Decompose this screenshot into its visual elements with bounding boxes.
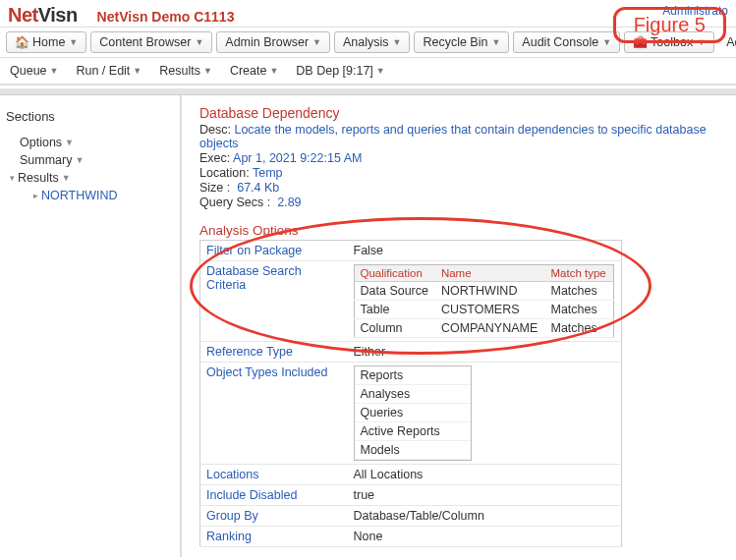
criteria-row: ColumnCOMPANYNAMEMatches: [354, 319, 613, 338]
object-types-list: Reports Analyses Queries Active Reports …: [354, 365, 472, 461]
sidebar: Sections Options▼ Summary▼ ▾Results▼ ▸NO…: [0, 95, 182, 557]
toolbar-recycle-bin[interactable]: Recycle Bin▼: [414, 31, 509, 53]
chevron-down-icon: ▼: [269, 66, 278, 76]
criteria-header-match: Match type: [544, 265, 613, 282]
toolbar-audit-console[interactable]: Audit Console▼: [513, 31, 620, 53]
expand-toggle-icon[interactable]: ▸: [33, 191, 38, 200]
sidebar-item-options[interactable]: Options▼: [6, 134, 174, 151]
criteria-row: TableCUSTOMERSMatches: [354, 301, 613, 319]
chevron-down-icon: ▼: [203, 66, 212, 76]
chevron-down-icon: ▼: [69, 37, 78, 47]
subbar-queue[interactable]: Queue▼: [10, 64, 58, 78]
sidebar-item-summary[interactable]: Summary▼: [6, 151, 174, 169]
list-item: Models: [355, 441, 471, 460]
home-icon: 🏠: [15, 35, 28, 49]
chevron-down-icon: ▼: [491, 37, 500, 47]
prop-include-disabled: Include Disabledtrue: [200, 485, 622, 506]
criteria-header-qualification: Qualification: [354, 265, 435, 282]
sub-toolbar: Queue▼ Run / Edit▼ Results▼ Create▼ DB D…: [0, 58, 736, 85]
main-panel: Database Dependency Desc: Locate the mod…: [182, 95, 736, 557]
subbar-run-edit[interactable]: Run / Edit▼: [76, 64, 142, 78]
chevron-down-icon: ▼: [376, 66, 385, 76]
expand-toggle-icon[interactable]: ▾: [10, 173, 15, 183]
chevron-down-icon: ▼: [62, 173, 71, 183]
list-item: Reports: [355, 366, 471, 385]
chevron-down-icon: ▼: [75, 155, 84, 165]
toolbar-content-browser[interactable]: Content Browser▼: [90, 31, 212, 53]
desc-value: Locate the models, reports and queries t…: [199, 123, 707, 150]
logo: NetVisn: [8, 4, 78, 27]
app-title: NetVisn Demo C1113: [97, 9, 235, 25]
qsecs-value: 2.89: [277, 196, 301, 209]
figure-badge: Figure 5: [613, 7, 726, 43]
list-item: Active Reports: [355, 422, 471, 441]
prop-ranking: RankingNone: [200, 527, 622, 547]
criteria-table: Qualification Name Match type Data Sourc…: [354, 264, 614, 338]
sidebar-item-results[interactable]: ▾Results▼: [6, 169, 174, 187]
page-title: Database Dependency: [199, 105, 726, 121]
exec-value: Apr 1, 2021 9:22:15 AM: [233, 151, 362, 165]
qsecs-label: Query Secs :: [199, 196, 270, 209]
chevron-down-icon: ▼: [195, 37, 203, 47]
prop-db-search-criteria: Database Search Criteria Qualification N…: [200, 261, 622, 342]
chevron-down-icon: ▼: [312, 37, 321, 47]
list-item: Analyses: [355, 385, 471, 404]
toolbar-admin-browser[interactable]: Admin Browser▼: [216, 31, 330, 53]
chevron-down-icon: ▼: [50, 66, 59, 76]
size-label: Size :: [199, 181, 230, 195]
subbar-create[interactable]: Create▼: [230, 64, 278, 78]
chevron-down-icon: ▼: [602, 37, 611, 47]
analysis-options-table: Filter on Package False Database Search …: [199, 240, 622, 547]
prop-locations: LocationsAll Locations: [200, 465, 622, 485]
prop-group-by: Group ByDatabase/Table/Column: [200, 506, 622, 527]
desc-label: Desc:: [199, 123, 231, 137]
criteria-row: Data SourceNORTHWINDMatches: [354, 282, 613, 301]
analysis-options-title: Analysis Options: [199, 223, 726, 238]
prop-object-types: Object Types Included Reports Analyses Q…: [200, 363, 622, 465]
list-item: Queries: [355, 404, 471, 422]
subbar-db-dep[interactable]: DB Dep [9:17]▼: [296, 64, 384, 78]
location-label: Location:: [199, 166, 250, 180]
location-value: Temp: [253, 166, 283, 180]
sidebar-title: Sections: [6, 109, 174, 124]
prop-filter-on-package: Filter on Package False: [200, 241, 622, 261]
criteria-header-name: Name: [435, 265, 545, 282]
chevron-down-icon: ▼: [393, 37, 402, 47]
chevron-down-icon: ▼: [65, 138, 74, 147]
chevron-down-icon: ▼: [133, 66, 142, 76]
exec-label: Exec:: [199, 151, 230, 165]
toolbar-analysis[interactable]: Analysis▼: [334, 31, 410, 53]
toolbar-home[interactable]: 🏠Home▼: [6, 31, 86, 53]
size-value: 67.4 Kb: [237, 181, 279, 195]
prop-reference-type: Reference Type Either: [200, 342, 622, 363]
subbar-results[interactable]: Results▼: [159, 64, 212, 78]
sidebar-item-northwind[interactable]: ▸NORTHWIND: [6, 187, 174, 204]
